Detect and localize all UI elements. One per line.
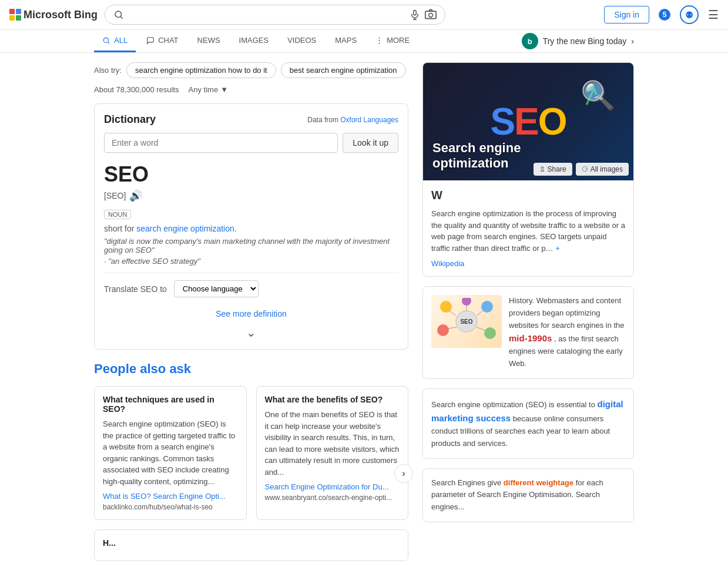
logo-text: Microsoft Bing — [24, 9, 98, 21]
sidebar-title: Search engine optimization — [432, 140, 521, 171]
dictionary-input-row: Look it up — [104, 133, 398, 153]
weightage-card: Search Engines give different weightage … — [422, 468, 634, 522]
language-selector[interactable]: Choose language — [174, 280, 259, 297]
content-area: Also try: search engine optimization how… — [0, 53, 728, 567]
also-try-section: Also try: search engine optimization how… — [94, 62, 408, 78]
camera-icon[interactable] — [425, 9, 437, 21]
share-button[interactable]: ⇫ Share — [534, 163, 572, 176]
expand-icon[interactable]: ⌄ — [104, 326, 398, 340]
paa-title: People also ask — [94, 361, 408, 377]
history-card: SEO — [422, 286, 634, 379]
svg-point-9 — [440, 301, 452, 313]
nav-item-news[interactable]: NEWS — [189, 30, 229, 52]
oxford-languages-link[interactable]: Oxford Languages — [340, 116, 398, 124]
sound-icon[interactable]: 🔊 — [129, 189, 142, 202]
paa-card-1: What are the benefits of SEO? One of the… — [256, 386, 409, 520]
image-actions: ⇫ Share ⚆ All images — [534, 163, 629, 176]
history-card-inner: SEO — [423, 287, 633, 378]
paa-question-0: What techniques are used in SEO? — [103, 395, 238, 414]
definition: short for search engine optimization. — [104, 224, 398, 233]
bing-icon: b — [522, 33, 538, 49]
paa-card-0: What techniques are used in SEO? Search … — [94, 386, 247, 520]
search-icon — [113, 9, 124, 20]
svg-line-17 — [448, 327, 457, 328]
paa-url-1: www.seanbryant.co/search-engine-opti... — [265, 494, 392, 502]
svg-line-1 — [120, 16, 122, 18]
lookup-button[interactable]: Look it up — [343, 133, 398, 153]
see-more-button[interactable]: See more definition — [104, 304, 398, 323]
paa-card-2: H... — [94, 529, 408, 561]
nav-item-more[interactable]: ⋮ MORE — [367, 30, 418, 52]
seo-o: O — [538, 100, 566, 143]
seo-e: E — [514, 100, 538, 143]
also-try-label: Also try: — [94, 66, 122, 75]
svg-point-10 — [481, 301, 493, 313]
translate-row: Translate SEO to Choose language — [104, 280, 398, 297]
search-input[interactable]: what is seo — [129, 9, 405, 20]
definition-link[interactable]: search engine optimization — [136, 224, 234, 233]
seo-letters: SEO — [490, 100, 566, 143]
sidebar-description: Search engine optimization is the proces… — [431, 208, 625, 254]
time-filter-button[interactable]: Any time ▼ — [189, 85, 228, 94]
seo-s: S — [490, 100, 514, 143]
dictionary-card: Dictionary Data from Oxford Languages Lo… — [94, 103, 408, 350]
nav-item-all[interactable]: ALL — [94, 30, 136, 52]
main-column: Also try: search engine optimization how… — [94, 62, 408, 567]
logo[interactable]: Microsoft Bing — [9, 9, 98, 21]
paa-next-arrow[interactable]: › — [394, 464, 413, 483]
svg-text:SEO: SEO — [460, 318, 472, 325]
share-icon: ⇫ — [539, 165, 545, 173]
sign-in-button[interactable]: Sign in — [604, 6, 649, 24]
pos-badge: NOUN — [104, 210, 131, 219]
chevron-down-icon: ▼ — [220, 85, 228, 94]
dictionary-word: SEO — [104, 162, 398, 187]
header-right: Sign in 5 ⚉ ☰ — [604, 5, 719, 24]
header: Microsoft Bing what is seo Sign in 5 ⚉ ☰ — [0, 0, 728, 30]
people-also-ask-section: People also ask What techniques are used… — [94, 361, 408, 561]
nav-item-chat[interactable]: CHAT — [138, 30, 186, 52]
svg-line-16 — [477, 311, 482, 316]
nav-bar: ALL CHAT NEWS IMAGES VIDEOS MAPS ⋮ MORE … — [0, 30, 728, 53]
menu-icon[interactable]: ☰ — [708, 8, 719, 22]
pronunciation: [SEO] 🔊 — [104, 189, 398, 202]
svg-point-11 — [437, 324, 449, 336]
nav-item-videos[interactable]: VIDEOS — [279, 30, 324, 52]
paa-link-1[interactable]: Search Engine Optimization for Du... — [265, 482, 400, 491]
paa-url-0: backlinko.com/hub/seo/what-is-seo — [103, 503, 213, 511]
wiki-attribution: W — [431, 189, 625, 202]
sidebar-content: W Search engine optimization is the proc… — [423, 180, 633, 276]
logo-icon — [9, 9, 21, 21]
also-try-chip-0[interactable]: search engine optimization how to do it — [126, 62, 276, 78]
mic-icon[interactable] — [410, 9, 420, 20]
nav-item-images[interactable]: IMAGES — [231, 30, 277, 52]
svg-point-13 — [462, 298, 471, 306]
svg-point-5 — [103, 38, 108, 42]
diagram-svg: SEO — [434, 298, 499, 345]
magnifier-icon: 🔍 — [581, 79, 616, 112]
wikipedia-link[interactable]: Wikipedia — [431, 259, 464, 268]
dictionary-input[interactable] — [104, 133, 338, 153]
paa-link-0[interactable]: What is SEO? Search Engine Opti... — [103, 492, 238, 501]
marketing-card: Search engine optimization (SEO) is esse… — [422, 388, 634, 459]
all-icon — [102, 36, 110, 45]
chevron-right-icon: › — [631, 36, 634, 46]
svg-line-18 — [477, 327, 485, 330]
notification-badge[interactable]: 5 — [659, 9, 670, 21]
svg-point-0 — [115, 11, 122, 18]
paa-text-1: One of the main benefits of SEO is that … — [265, 409, 400, 478]
example-1: "digital is now the company's main marke… — [104, 237, 398, 254]
nav-item-maps[interactable]: MAPS — [327, 30, 365, 52]
paa-question-1: What are the benefits of SEO? — [265, 395, 400, 404]
weightage-highlight: different weightage — [504, 478, 573, 487]
all-images-button[interactable]: ⚆ All images — [576, 163, 629, 176]
also-try-chip-1[interactable]: best search engine optimization — [281, 62, 406, 78]
profile-circle[interactable]: ⚉ — [680, 5, 699, 24]
seo-knowledge-card: SEO ↗ 🔍 Search engine optimization ⇫ Sha… — [422, 62, 634, 277]
more-link[interactable]: + — [555, 244, 560, 253]
results-info: About 78,300,000 results Any time ▼ — [94, 85, 408, 94]
sidebar: SEO ↗ 🔍 Search engine optimization ⇫ Sha… — [422, 62, 634, 567]
try-bing-banner[interactable]: b Try the new Bing today › — [522, 33, 634, 49]
dictionary-divider — [104, 273, 398, 273]
svg-line-15 — [449, 311, 456, 316]
paa-grid: What techniques are used in SEO? Search … — [94, 386, 408, 561]
